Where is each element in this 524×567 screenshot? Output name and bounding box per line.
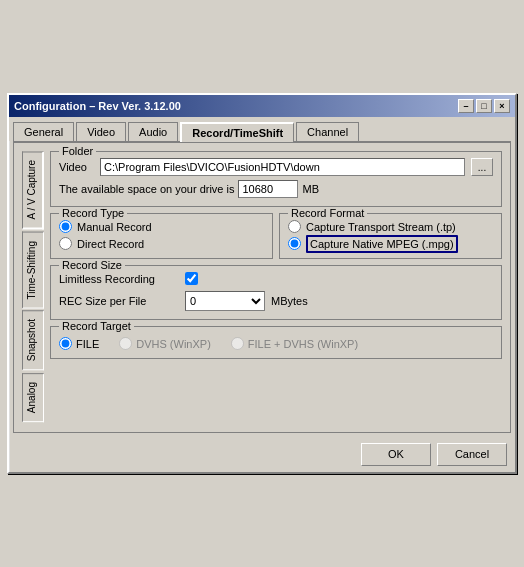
- radio-manual-record: Manual Record: [59, 220, 264, 233]
- target-file-label[interactable]: FILE: [76, 338, 99, 350]
- tab-channel[interactable]: Channel: [296, 122, 359, 142]
- title-bar: Configuration – Rev Ver. 3.12.00 – □ ×: [9, 95, 515, 117]
- tab-general[interactable]: General: [13, 122, 74, 142]
- radio-direct-record: Direct Record: [59, 237, 264, 250]
- main-panel: Folder Video ... The available space on …: [50, 151, 502, 423]
- title-bar-buttons: – □ ×: [458, 99, 510, 113]
- side-tab-snapshot[interactable]: Snapshot: [22, 310, 44, 370]
- video-folder-label: Video: [59, 161, 94, 173]
- transport-stream-label[interactable]: Capture Transport Stream (.tp): [306, 221, 456, 233]
- side-tab-analog[interactable]: Analog: [22, 373, 44, 422]
- native-mpeg-label[interactable]: Capture Native MPEG (.mpg): [306, 238, 458, 250]
- window-title: Configuration – Rev Ver. 3.12.00: [14, 100, 181, 112]
- side-tab-av-capture[interactable]: A / V Capture: [22, 151, 44, 229]
- mbytes-label: MBytes: [271, 295, 308, 307]
- tabs-bar: General Video Audio Record/TimeShift Cha…: [9, 117, 515, 141]
- rec-size-label: REC Size per File: [59, 295, 179, 307]
- video-path-input[interactable]: [100, 158, 465, 176]
- target-dvhs-label[interactable]: DVHS (WinXP): [136, 338, 211, 350]
- folder-row: Video ...: [59, 158, 493, 176]
- record-target-title: Record Target: [59, 320, 134, 332]
- record-type-title: Record Type: [59, 207, 127, 219]
- radio-native-mpeg: Capture Native MPEG (.mpg): [288, 237, 493, 250]
- tab-record-timeshift[interactable]: Record/TimeShift: [180, 122, 294, 142]
- main-window: Configuration – Rev Ver. 3.12.00 – □ × G…: [7, 93, 517, 473]
- record-format-title: Record Format: [288, 207, 367, 219]
- minimize-button[interactable]: –: [458, 99, 474, 113]
- record-format-group: Record Format Capture Transport Stream (…: [279, 213, 502, 259]
- ok-button[interactable]: OK: [361, 443, 431, 466]
- rec-size-dropdown[interactable]: 0: [185, 291, 265, 311]
- space-value-input[interactable]: [238, 180, 298, 198]
- folder-group-title: Folder: [59, 145, 96, 157]
- file-dvhs-option: FILE + DVHS (WinXP): [231, 337, 358, 350]
- target-file-dvhs-radio[interactable]: [231, 337, 244, 350]
- record-target-group: Record Target FILE DVHS (WinXP) FILE + D…: [50, 326, 502, 359]
- tab-audio[interactable]: Audio: [128, 122, 178, 142]
- content-area: A / V Capture Time-Shifting Snapshot Ana…: [13, 141, 511, 432]
- cancel-button[interactable]: Cancel: [437, 443, 507, 466]
- target-options-row: FILE DVHS (WinXP) FILE + DVHS (WinXP): [59, 337, 493, 350]
- folder-group: Folder Video ... The available space on …: [50, 151, 502, 207]
- manual-record-radio[interactable]: [59, 220, 72, 233]
- dvhs-option: DVHS (WinXP): [119, 337, 211, 350]
- manual-record-label[interactable]: Manual Record: [77, 221, 152, 233]
- record-size-group: Record Size Limitless Recording REC Size…: [50, 265, 502, 320]
- radio-transport-stream: Capture Transport Stream (.tp): [288, 220, 493, 233]
- target-file-radio[interactable]: [59, 337, 72, 350]
- transport-stream-radio[interactable]: [288, 220, 301, 233]
- space-row: The available space on your drive is MB: [59, 180, 493, 198]
- record-type-group: Record Type Manual Record Direct Record: [50, 213, 273, 259]
- direct-record-radio[interactable]: [59, 237, 72, 250]
- tab-video[interactable]: Video: [76, 122, 126, 142]
- maximize-button[interactable]: □: [476, 99, 492, 113]
- limitless-row: Limitless Recording: [59, 272, 493, 285]
- target-file-dvhs-label[interactable]: FILE + DVHS (WinXP): [248, 338, 358, 350]
- footer: OK Cancel: [9, 437, 515, 472]
- native-mpeg-highlight: Capture Native MPEG (.mpg): [306, 235, 458, 253]
- file-option: FILE: [59, 337, 99, 350]
- side-tab-time-shifting[interactable]: Time-Shifting: [22, 232, 44, 309]
- target-dvhs-radio[interactable]: [119, 337, 132, 350]
- space-text: The available space on your drive is: [59, 183, 234, 195]
- direct-record-label[interactable]: Direct Record: [77, 238, 144, 250]
- type-format-row: Record Type Manual Record Direct Record …: [50, 213, 502, 259]
- close-button[interactable]: ×: [494, 99, 510, 113]
- limitless-label: Limitless Recording: [59, 273, 179, 285]
- space-unit: MB: [302, 183, 319, 195]
- native-mpeg-radio[interactable]: [288, 237, 301, 250]
- side-tabs: A / V Capture Time-Shifting Snapshot Ana…: [22, 151, 44, 423]
- browse-button[interactable]: ...: [471, 158, 493, 176]
- limitless-checkbox[interactable]: [185, 272, 198, 285]
- rec-size-row: REC Size per File 0 MBytes: [59, 291, 493, 311]
- record-size-title: Record Size: [59, 259, 125, 271]
